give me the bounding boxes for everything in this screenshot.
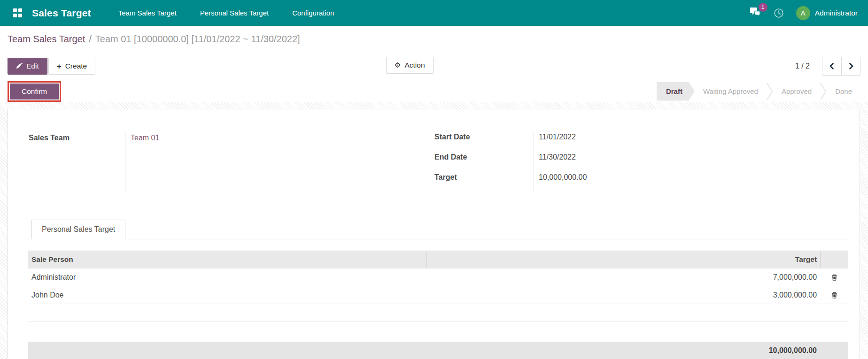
clock-icon xyxy=(774,8,784,18)
pager-count: 1 / 2 xyxy=(795,62,810,70)
breadcrumb: Team Sales Target / Team 01 [10000000.0]… xyxy=(8,26,860,53)
sales-team-value-link[interactable]: Team 01 xyxy=(131,132,159,144)
activities-button[interactable] xyxy=(774,8,784,18)
grid-icon xyxy=(13,8,22,17)
start-date-label: Start Date xyxy=(434,132,470,142)
breadcrumb-separator: / xyxy=(89,34,92,45)
column-header-actions xyxy=(820,251,848,268)
stage-waiting-approved[interactable]: Waiting Approved xyxy=(695,82,767,101)
edit-button[interactable]: Edit xyxy=(8,58,47,75)
column-header-target[interactable]: Target xyxy=(426,251,820,268)
stage-separator-chevron-icon xyxy=(820,82,827,101)
stage-separator-chevron-icon xyxy=(767,82,773,101)
stage-approved[interactable]: Approved xyxy=(773,82,820,101)
edit-button-label: Edit xyxy=(26,62,39,70)
end-date-value[interactable]: 11/30/2022 xyxy=(539,152,576,162)
form-fields: Sales Team Team 01 Start Date End Date T… xyxy=(28,132,848,192)
sale-person-cell[interactable]: John Doe xyxy=(28,291,426,299)
field-group-left: Sales Team Team 01 xyxy=(28,132,434,192)
table-total-value: 10,000,000.00 xyxy=(769,346,817,355)
stage-done[interactable]: Done xyxy=(827,82,860,101)
form-sheet: Sales Team Team 01 Start Date End Date T… xyxy=(8,109,860,359)
notebook-tabs: Personal Sales Target xyxy=(28,219,848,239)
trash-icon xyxy=(831,274,838,281)
personal-sales-target-table: Sale Person Target Administrator 7,000,0… xyxy=(28,251,848,359)
menu-team-sales-target[interactable]: Team Sales Target xyxy=(117,0,178,25)
plus-icon: + xyxy=(57,62,62,70)
table-header-row: Sale Person Target xyxy=(28,251,848,268)
messages-count-badge: 1 xyxy=(759,3,767,12)
target-cell[interactable]: 7,000,000.00 xyxy=(426,273,820,282)
action-button[interactable]: ⚙ Action xyxy=(386,57,434,74)
apps-menu-icon[interactable] xyxy=(9,5,25,21)
control-panel: Team Sales Target / Team 01 [10000000.0]… xyxy=(0,26,868,80)
pager-buttons xyxy=(822,57,860,76)
create-button-label: Create xyxy=(65,62,87,70)
sales-team-label: Sales Team xyxy=(29,132,125,144)
pager-next-button[interactable] xyxy=(841,57,860,75)
breadcrumb-parent-link[interactable]: Team Sales Target xyxy=(8,34,85,45)
create-button[interactable]: + Create xyxy=(48,58,95,75)
messages-button[interactable]: 1 xyxy=(749,7,761,19)
status-stages: Draft Waiting Approved Approved Done xyxy=(657,82,860,101)
app-title[interactable]: Sales Target xyxy=(32,8,91,19)
delete-row-button[interactable] xyxy=(831,291,838,299)
statusbar: Confirm Draft Waiting Approved Approved … xyxy=(0,80,868,102)
pencil-icon xyxy=(16,63,23,69)
target-label: Target xyxy=(434,172,457,183)
target-cell[interactable]: 3,000,000.00 xyxy=(426,291,820,299)
confirm-button[interactable]: Confirm xyxy=(10,84,59,99)
menu-configuration[interactable]: Configuration xyxy=(291,0,335,25)
tab-personal-sales-target[interactable]: Personal Sales Target xyxy=(31,220,125,239)
table-empty-row[interactable] xyxy=(28,304,848,322)
column-header-sale-person[interactable]: Sale Person xyxy=(28,255,426,264)
confirm-highlight-box: Confirm xyxy=(8,81,61,102)
user-menu[interactable]: A Administrator xyxy=(796,6,858,20)
stage-draft[interactable]: Draft xyxy=(657,82,695,101)
pager: 1 / 2 xyxy=(795,57,860,76)
end-date-label: End Date xyxy=(434,152,467,162)
avatar: A xyxy=(796,6,810,20)
table-row[interactable]: John Doe 3,000,000.00 xyxy=(28,286,848,304)
target-value[interactable]: 10,000,000.00 xyxy=(539,172,587,183)
table-row[interactable]: Administrator 7,000,000.00 xyxy=(28,268,848,286)
control-buttons-row: Edit + Create ⚙ Action 1 / 2 xyxy=(8,53,860,80)
trash-icon xyxy=(831,291,838,299)
gear-icon: ⚙ xyxy=(395,62,401,69)
chevron-left-icon xyxy=(829,62,835,70)
pager-previous-button[interactable] xyxy=(822,57,841,75)
action-button-label: Action xyxy=(404,61,425,69)
start-date-value[interactable]: 11/01/2022 xyxy=(539,132,576,142)
chevron-right-icon xyxy=(848,62,854,70)
sale-person-cell[interactable]: Administrator xyxy=(28,273,426,282)
top-navbar: Sales Target Team Sales Target Personal … xyxy=(0,0,868,26)
menu-personal-sales-target[interactable]: Personal Sales Target xyxy=(199,0,270,25)
navbar-menu: Team Sales Target Personal Sales Target … xyxy=(117,0,335,25)
field-group-right: Start Date End Date Target 11/01/2022 11… xyxy=(434,132,848,192)
breadcrumb-current: Team 01 [10000000.0] [11/01/2022 ~ 11/30… xyxy=(95,34,300,45)
form-view-background: Sales Team Team 01 Start Date End Date T… xyxy=(0,102,868,359)
delete-row-button[interactable] xyxy=(831,274,838,281)
user-name: Administrator xyxy=(815,9,858,17)
navbar-right: 1 A Administrator xyxy=(749,6,858,20)
table-total-row: 10,000,000.00 xyxy=(28,342,848,359)
